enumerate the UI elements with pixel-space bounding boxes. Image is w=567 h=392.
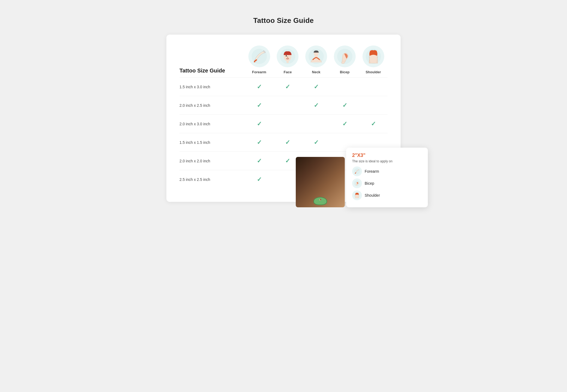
page-title: Tattoo Size Guide xyxy=(253,16,314,25)
forearm-label: Forearm xyxy=(252,70,266,74)
cell-shoulder: ✓ xyxy=(359,115,388,133)
cell-shoulder xyxy=(359,78,388,96)
check-mark: ✓ xyxy=(257,139,262,146)
table-header-row: Tattoo Size Guide xyxy=(179,45,388,78)
popup-forearm-item: Forearm xyxy=(352,166,422,176)
shoulder-icon-bg xyxy=(362,45,384,67)
cell-neck: ✓ xyxy=(302,78,331,96)
neck-label: Neck xyxy=(312,70,321,74)
neck-illustration xyxy=(308,48,324,65)
col-header-bicep: Bicep xyxy=(330,45,359,78)
check-mark: ✓ xyxy=(285,157,290,164)
bicep-icon-bg xyxy=(334,45,356,67)
popup-bicep-icon xyxy=(352,178,362,188)
popup-shoulder-label: Shoulder xyxy=(365,193,380,197)
cell-bicep: ✓ xyxy=(330,115,359,133)
table-row: 2.0 inch x 2.5 inch✓✓✓ xyxy=(179,96,388,115)
cell-face: ✓ xyxy=(273,133,302,152)
popup-forearm-label: Forearm xyxy=(365,169,379,174)
cell-shoulder xyxy=(359,96,388,115)
cell-face: ✓ xyxy=(273,78,302,96)
forearm-illustration xyxy=(251,48,267,65)
check-mark: ✓ xyxy=(314,83,319,90)
check-mark: ✓ xyxy=(285,83,290,90)
check-mark: ✓ xyxy=(285,139,290,146)
col-header-face: Face xyxy=(273,45,302,78)
size-label: 2.0 inch x 2.5 inch xyxy=(179,96,245,115)
check-mark: ✓ xyxy=(257,102,262,109)
popup-card: 🐌 2"X3" The size is ideal to apply on Fo… xyxy=(346,148,428,207)
size-label: 2.5 inch x 2.5 inch xyxy=(179,170,245,189)
cell-forearm: ✓ xyxy=(245,78,273,96)
bicep-illustration xyxy=(337,48,353,65)
face-icon-bg xyxy=(277,45,298,67)
face-label: Face xyxy=(284,70,292,74)
cell-forearm: ✓ xyxy=(245,96,273,115)
check-mark: ✓ xyxy=(257,83,262,90)
popup-size-title: 2"X3" xyxy=(352,153,422,158)
cell-face xyxy=(273,96,302,115)
svg-point-3 xyxy=(286,55,287,57)
size-label: 1.5 inch x 1.5 inch xyxy=(179,133,245,152)
cell-forearm: ✓ xyxy=(245,152,273,170)
check-mark: ✓ xyxy=(342,102,347,109)
cell-bicep xyxy=(330,78,359,96)
check-mark: ✓ xyxy=(257,176,262,183)
shoulder-illustration xyxy=(365,48,382,65)
cell-neck xyxy=(302,115,331,133)
size-label: 2.0 inch x 3.0 inch xyxy=(179,115,245,133)
col-header-forearm: Forearm xyxy=(245,45,273,78)
check-mark: ✓ xyxy=(257,157,262,164)
popup-shoulder-icon xyxy=(352,190,362,200)
size-label: 1.5 inch x 3.0 inch xyxy=(179,78,245,96)
cell-forearm: ✓ xyxy=(245,115,273,133)
cell-neck: ✓ xyxy=(302,133,331,152)
table-row: 1.5 inch x 3.0 inch✓✓✓ xyxy=(179,78,388,96)
popup-bicep-label: Bicep xyxy=(365,181,374,186)
cell-forearm: ✓ xyxy=(245,133,273,152)
cell-forearm: ✓ xyxy=(245,170,273,189)
check-mark: ✓ xyxy=(257,120,262,127)
popup-subtitle: The size is ideal to apply on xyxy=(352,159,422,163)
size-label: 2.0 inch x 2.0 inch xyxy=(179,152,245,170)
svg-rect-4 xyxy=(286,61,289,63)
bicep-label: Bicep xyxy=(340,70,349,74)
popup-shoulder-item: Shoulder xyxy=(352,190,422,200)
col-header-shoulder: Shoulder xyxy=(359,45,388,78)
cell-neck: ✓ xyxy=(302,96,331,115)
main-card: Tattoo Size Guide xyxy=(166,35,401,202)
popup-photo: 🐌 xyxy=(296,157,345,207)
table-title-cell: Tattoo Size Guide xyxy=(179,45,245,78)
popup-bicep-item: Bicep xyxy=(352,178,422,188)
check-mark: ✓ xyxy=(314,102,319,109)
shoulder-label: Shoulder xyxy=(365,70,381,74)
col-header-neck: Neck xyxy=(302,45,331,78)
cell-face xyxy=(273,115,302,133)
face-illustration xyxy=(279,48,296,65)
cell-bicep: ✓ xyxy=(330,96,359,115)
check-mark: ✓ xyxy=(314,139,319,146)
forearm-icon-bg xyxy=(248,45,270,67)
table-row: 2.0 inch x 3.0 inch✓✓✓ xyxy=(179,115,388,133)
neck-icon-bg xyxy=(305,45,327,67)
check-mark: ✓ xyxy=(342,120,347,127)
check-mark: ✓ xyxy=(371,120,376,127)
table-header-label: Tattoo Size Guide xyxy=(179,67,245,74)
popup-forearm-icon xyxy=(352,166,362,176)
